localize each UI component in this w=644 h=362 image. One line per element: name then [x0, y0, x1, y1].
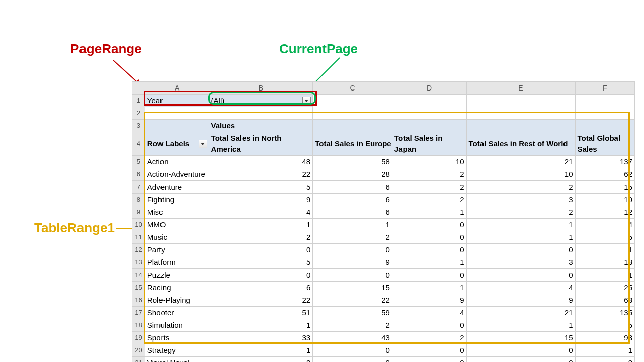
val-row[interactable]: 0: [466, 244, 575, 256]
val-eu[interactable]: 59: [313, 307, 392, 319]
val-row[interactable]: 2: [466, 181, 575, 194]
val-jp[interactable]: 1: [392, 282, 466, 294]
row-header[interactable]: 5: [132, 156, 145, 168]
row-label[interactable]: Party: [145, 244, 209, 256]
filter-dropdown-icon[interactable]: [302, 97, 311, 105]
cell[interactable]: [313, 120, 392, 132]
val-global[interactable]: 5: [575, 231, 634, 244]
val-eu[interactable]: 1: [313, 219, 392, 231]
val-row[interactable]: 3: [466, 256, 575, 269]
val-eu[interactable]: 6: [313, 194, 392, 206]
row-header-4[interactable]: 4: [132, 132, 145, 156]
row-header-1[interactable]: 1: [132, 95, 145, 107]
val-global[interactable]: 25: [575, 282, 634, 294]
val-row[interactable]: 21: [466, 307, 575, 319]
val-eu[interactable]: 0: [313, 344, 392, 357]
row-label[interactable]: Sports: [145, 332, 209, 344]
row-header[interactable]: 9: [132, 206, 145, 219]
row-label[interactable]: Adventure: [145, 181, 209, 194]
val-jp[interactable]: 0: [392, 344, 466, 357]
val-na[interactable]: 1: [209, 344, 313, 357]
row-header[interactable]: 6: [132, 168, 145, 181]
val-jp[interactable]: 1: [392, 256, 466, 269]
val-na[interactable]: 4: [209, 206, 313, 219]
val-jp[interactable]: 2: [392, 332, 466, 344]
val-eu[interactable]: 0: [313, 244, 392, 256]
cell[interactable]: [392, 107, 466, 120]
row-header[interactable]: 14: [132, 269, 145, 282]
col-header-E[interactable]: E: [466, 82, 575, 95]
row-label[interactable]: Simulation: [145, 319, 209, 332]
val-jp[interactable]: 0: [392, 219, 466, 231]
row-header[interactable]: 13: [132, 256, 145, 269]
val-na[interactable]: 51: [209, 307, 313, 319]
row-label[interactable]: Platform: [145, 256, 209, 269]
select-all-corner[interactable]: [132, 82, 145, 95]
row-header-2[interactable]: 2: [132, 107, 145, 120]
cell[interactable]: [575, 120, 634, 132]
pivot-col-na[interactable]: Total Sales in North America: [209, 132, 313, 156]
row-header[interactable]: 16: [132, 294, 145, 307]
val-na[interactable]: 1: [209, 219, 313, 231]
val-eu[interactable]: 6: [313, 206, 392, 219]
val-na[interactable]: 0: [209, 269, 313, 282]
val-na[interactable]: 1: [209, 319, 313, 332]
val-na[interactable]: 22: [209, 168, 313, 181]
cell[interactable]: [466, 95, 575, 107]
val-jp[interactable]: 10: [392, 156, 466, 168]
col-header-B[interactable]: B: [209, 82, 313, 95]
col-header-C[interactable]: C: [313, 82, 392, 95]
row-header[interactable]: 8: [132, 194, 145, 206]
val-na[interactable]: 5: [209, 181, 313, 194]
val-global[interactable]: 93: [575, 332, 634, 344]
val-global[interactable]: 12: [575, 206, 634, 219]
val-na[interactable]: 33: [209, 332, 313, 344]
row-header[interactable]: 15: [132, 282, 145, 294]
val-row[interactable]: 15: [466, 332, 575, 344]
row-label[interactable]: MMO: [145, 219, 209, 231]
pivot-filter-field[interactable]: Year: [145, 95, 209, 107]
val-eu[interactable]: 2: [313, 319, 392, 332]
val-global[interactable]: 1: [575, 344, 634, 357]
row-header[interactable]: 17: [132, 307, 145, 319]
val-na[interactable]: 22: [209, 294, 313, 307]
cell[interactable]: [145, 107, 209, 120]
val-global[interactable]: 0: [575, 357, 634, 363]
row-header[interactable]: 19: [132, 332, 145, 344]
val-row[interactable]: 1: [466, 219, 575, 231]
pivot-col-jp[interactable]: Total Sales in Japan: [392, 132, 466, 156]
val-jp[interactable]: 4: [392, 307, 466, 319]
val-global[interactable]: 137: [575, 156, 634, 168]
pivot-values-label[interactable]: Values: [209, 120, 313, 132]
val-na[interactable]: 9: [209, 194, 313, 206]
row-label[interactable]: Puzzle: [145, 269, 209, 282]
row-header[interactable]: 20: [132, 344, 145, 357]
cell[interactable]: [392, 95, 466, 107]
val-global[interactable]: 15: [575, 181, 634, 194]
val-global[interactable]: 18: [575, 256, 634, 269]
cell[interactable]: [313, 95, 392, 107]
val-global[interactable]: 4: [575, 219, 634, 231]
val-global[interactable]: 1: [575, 244, 634, 256]
row-label[interactable]: Racing: [145, 282, 209, 294]
row-label[interactable]: Role-Playing: [145, 294, 209, 307]
pivot-col-global[interactable]: Total Global Sales: [575, 132, 634, 156]
val-eu[interactable]: 22: [313, 294, 392, 307]
val-jp[interactable]: 0: [392, 319, 466, 332]
pivot-col-eu[interactable]: Total Sales in Europe: [313, 132, 392, 156]
val-jp[interactable]: 0: [392, 357, 466, 363]
cell[interactable]: [392, 120, 466, 132]
col-header-A[interactable]: A: [145, 82, 209, 95]
val-eu[interactable]: 58: [313, 156, 392, 168]
cell[interactable]: [209, 107, 313, 120]
val-row[interactable]: 3: [466, 194, 575, 206]
row-header-3[interactable]: 3: [132, 120, 145, 132]
val-eu[interactable]: 6: [313, 181, 392, 194]
row-label[interactable]: Action-Adventure: [145, 168, 209, 181]
val-na[interactable]: 48: [209, 156, 313, 168]
val-row[interactable]: 4: [466, 282, 575, 294]
val-eu[interactable]: 43: [313, 332, 392, 344]
val-na[interactable]: 0: [209, 357, 313, 363]
cell[interactable]: [575, 107, 634, 120]
row-header[interactable]: 7: [132, 181, 145, 194]
